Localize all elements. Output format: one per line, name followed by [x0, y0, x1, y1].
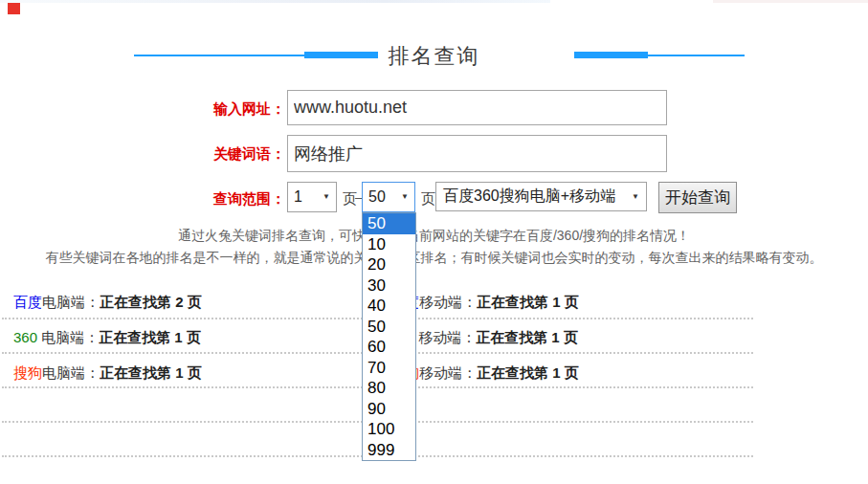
device-label: 移动端：	[419, 364, 477, 381]
chevron-down-icon: ▼	[632, 193, 639, 201]
start-query-button[interactable]: 开始查询	[658, 182, 737, 213]
progress-text: 正在查找第 2 页	[100, 294, 202, 310]
top-edge-artifact-right	[713, 0, 868, 3]
url-label: 输入网址：	[172, 100, 285, 119]
dropdown-option[interactable]: 50	[363, 317, 415, 338]
title-rule-thick-right	[574, 52, 648, 58]
status-360-mobile: 360 移动端：正在查找第 1 页	[390, 329, 578, 347]
dropdown-option[interactable]: 10	[363, 234, 415, 255]
device-label: 电脑端：	[42, 294, 100, 310]
red-corner-marker	[8, 3, 20, 14]
page-to-value: 50	[368, 188, 386, 206]
range-label: 查询范围：	[172, 190, 285, 209]
device-label: 电脑端：	[42, 364, 100, 381]
status-baidu-mobile: 百度移动端：正在查找第 1 页	[390, 294, 579, 312]
device-label: 移动端：	[419, 294, 477, 310]
dropdown-option[interactable]: 30	[363, 275, 415, 297]
keyword-label: 关键词语：	[172, 145, 285, 164]
dropdown-option[interactable]: 60	[363, 337, 415, 358]
progress-text: 正在查找第 1 页	[100, 364, 202, 381]
progress-text: 正在查找第 1 页	[476, 329, 578, 345]
page-title: 排名查询	[0, 42, 868, 71]
progress-text: 正在查找第 1 页	[477, 364, 579, 381]
url-input[interactable]	[287, 90, 667, 125]
device-label: 电脑端：	[37, 329, 99, 345]
dropdown-option[interactable]: 50	[363, 213, 415, 234]
top-edge-artifact	[0, 0, 550, 3]
progress-text: 正在查找第 1 页	[477, 294, 579, 310]
status-sogou-mobile: 搜狗移动端：正在查找第 1 页	[390, 364, 579, 383]
page-to-unit: 页	[421, 190, 435, 209]
description-line-1: 通过火兔关键词排名查询，可快速得到当前网站的关键字在百度/360/搜狗的排名情况…	[0, 228, 868, 245]
status-360-pc: 360 电脑端：正在查找第 1 页	[13, 329, 201, 347]
engine-scope-value: 百度360搜狗电脑+移动端	[443, 187, 615, 207]
dropdown-option[interactable]: 80	[363, 378, 415, 399]
dropdown-option[interactable]: 100	[363, 419, 415, 440]
page: 排名查询 输入网址： 关键词语： 查询范围： 1 ▼ 页 — 50 ▼ 页 百度…	[0, 0, 868, 484]
keyword-input[interactable]	[287, 135, 667, 172]
dropdown-option[interactable]: 999	[363, 440, 415, 461]
page-from-select[interactable]: 1 ▼	[287, 182, 337, 212]
engine-name: 百度	[13, 294, 42, 310]
engine-name: 360	[13, 329, 37, 345]
page-to-dropdown: 50 10 20 30 40 50 60 70 80 90 100 999	[362, 212, 416, 461]
progress-text: 正在查找第 1 页	[99, 329, 201, 345]
engine-scope-select[interactable]: 百度360搜狗电脑+移动端 ▼	[435, 182, 647, 211]
page-from-value: 1	[294, 188, 302, 206]
title-rule-thin-right	[648, 55, 745, 56]
page-to-select[interactable]: 50 ▼	[362, 182, 415, 212]
engine-name: 搜狗	[13, 364, 42, 381]
dropdown-option[interactable]: 20	[363, 254, 415, 275]
device-label: 移动端：	[414, 329, 476, 345]
dropdown-option[interactable]: 40	[363, 296, 415, 317]
description-line-2: 有些关键词在各地的排名是不一样的，就是通常说的关键字地区排名；有时候关键词也会实…	[0, 250, 868, 267]
chevron-down-icon: ▼	[401, 193, 409, 201]
dropdown-option[interactable]: 70	[363, 358, 415, 379]
status-baidu-pc: 百度电脑端：正在查找第 2 页	[13, 294, 202, 312]
chevron-down-icon: ▼	[323, 193, 330, 201]
status-sogou-pc: 搜狗电脑端：正在查找第 1 页	[13, 364, 202, 383]
dropdown-option[interactable]: 90	[363, 399, 415, 420]
